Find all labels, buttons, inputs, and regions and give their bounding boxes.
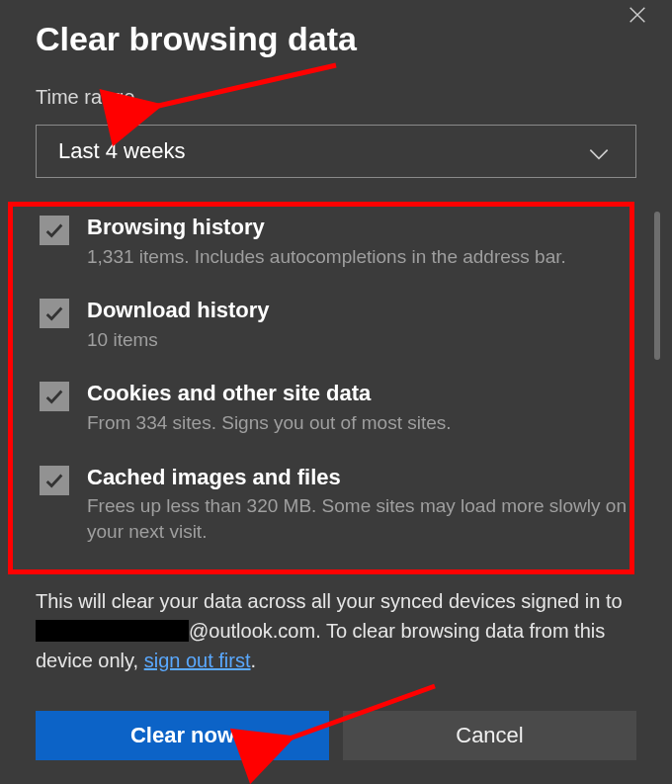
time-range-label: Time range [36,86,636,109]
dialog-button-row: Clear now Cancel [36,711,636,760]
dialog-title: Clear browsing data [36,20,636,58]
option-texts: Cookies and other site dataFrom 334 site… [87,380,630,435]
option-row: Download history10 items [40,297,630,352]
option-description: 10 items [87,327,630,353]
option-description: 1,331 items. Includes autocompletions in… [87,244,630,270]
redacted-email-local [36,620,189,642]
time-range-select[interactable]: Last 4 weeks [36,125,636,178]
clear-now-button[interactable]: Clear now [36,711,329,760]
option-texts: Browsing history1,331 items. Includes au… [87,214,630,269]
option-texts: Cached images and filesFrees up less tha… [87,464,630,545]
scrollbar-thumb[interactable] [654,212,660,360]
option-checkbox[interactable] [40,466,69,495]
close-icon [627,1,648,33]
sync-notice: This will clear your data across all you… [36,586,636,675]
sync-note-prefix: This will clear your data across all you… [36,590,623,612]
option-title: Cookies and other site data [87,380,630,408]
option-title: Browsing history [87,214,630,242]
option-checkbox[interactable] [40,382,69,411]
option-row: Cookies and other site dataFrom 334 site… [40,380,630,435]
close-button[interactable] [623,2,652,32]
option-title: Download history [87,297,630,325]
option-description: Frees up less than 320 MB. Some sites ma… [87,493,630,544]
sign-out-link[interactable]: sign out first [144,650,251,671]
clear-browsing-data-dialog: Clear browsing data Time range Last 4 we… [0,0,672,784]
sync-note-suffix: . [251,650,257,671]
option-checkbox[interactable] [40,299,69,328]
option-texts: Download history10 items [87,297,630,352]
cancel-button[interactable]: Cancel [343,711,636,760]
options-list: Browsing history1,331 items. Includes au… [36,196,636,559]
option-checkbox[interactable] [40,216,69,245]
chevron-down-icon [586,141,606,161]
option-row: Cached images and filesFrees up less tha… [40,464,630,545]
sync-note-email-domain: @outlook.com [189,620,315,642]
option-description: From 334 sites. Signs you out of most si… [87,410,630,436]
option-row: Browsing history1,331 items. Includes au… [40,214,630,269]
time-range-selected-value: Last 4 weeks [58,138,185,164]
options-scroll-area: Browsing history1,331 items. Includes au… [36,196,636,559]
option-title: Cached images and files [87,464,630,492]
